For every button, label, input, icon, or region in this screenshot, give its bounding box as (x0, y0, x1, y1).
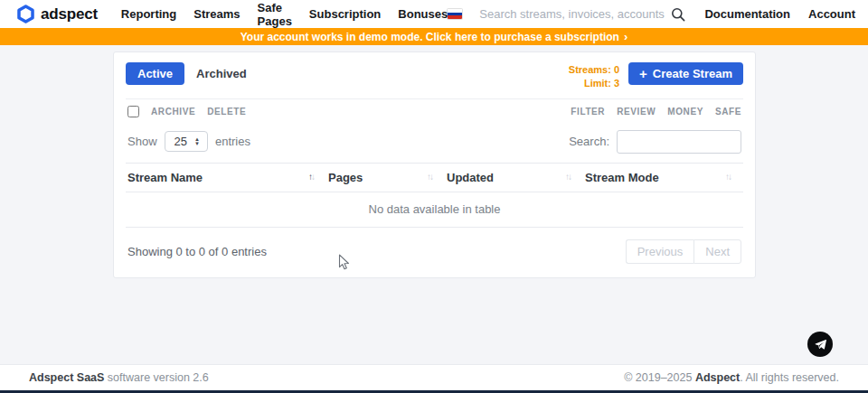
footer-product-name: Adspect SaaS (29, 371, 104, 384)
main-nav: Reporting Streams Safe Pages Subscriptio… (121, 1, 448, 28)
hexagon-logo-icon (16, 5, 35, 23)
footer-copyright: © 2019–2025 Adspect. All rights reserved… (624, 371, 839, 384)
nav-item-documentation[interactable]: Documentation (704, 7, 790, 21)
copyright-suffix: . All rights reserved. (740, 371, 839, 384)
quick-filters: FILTER REVIEW MONEY SAFE (559, 107, 741, 117)
nav-item-reporting[interactable]: Reporting (121, 7, 176, 21)
plus-icon: + (639, 67, 647, 80)
brand-name: adspect (41, 5, 98, 23)
global-search-input[interactable] (479, 7, 665, 21)
filter-mode-filter[interactable]: FILTER (571, 107, 605, 117)
usage-limits: Streams: 0 Limit: 3 (569, 62, 619, 90)
page-length-value: 25 (175, 135, 187, 148)
demo-banner-text: Your account works in demo mode. Click h… (241, 31, 619, 43)
page-length-select[interactable]: 25 ▲▼ (165, 131, 208, 152)
next-page-button[interactable]: Next (693, 239, 741, 264)
create-stream-label: Create Stream (653, 67, 732, 80)
streams-count: Streams: 0 (569, 63, 619, 77)
sort-icon: ↑↓ (725, 171, 731, 182)
filter-mode-money[interactable]: MONEY (667, 107, 703, 117)
copyright-brand: Adspect (695, 371, 740, 384)
previous-page-button[interactable]: Previous (626, 239, 694, 264)
top-navbar: adspect Reporting Streams Safe Pages Sub… (0, 0, 868, 28)
streams-card: Active Archived Streams: 0 Limit: 3 + Cr… (113, 51, 756, 278)
create-stream-button[interactable]: + Create Stream (628, 62, 743, 85)
russian-flag-icon[interactable] (448, 9, 462, 19)
nav-item-subscription[interactable]: Subscription (309, 7, 381, 21)
page-content: Active Archived Streams: 0 Limit: 3 + Cr… (0, 45, 868, 365)
pagination: Previous Next (626, 239, 741, 264)
length-label-prefix: Show (127, 135, 157, 148)
copyright-years: © 2019–2025 (624, 371, 695, 384)
sort-icon: ↑↓ (565, 171, 571, 182)
tab-archived[interactable]: Archived (184, 62, 259, 85)
filter-mode-safe[interactable]: SAFE (715, 107, 741, 117)
bulk-delete-button[interactable]: DELETE (207, 107, 246, 117)
table-search-input[interactable] (617, 130, 741, 154)
tab-active[interactable]: Active (126, 62, 184, 85)
footer-version-text: software version 2.6 (104, 371, 208, 384)
table-search-label: Search: (569, 135, 609, 148)
sort-icon: ↑↓ (427, 171, 432, 182)
bulk-archive-button[interactable]: ARCHIVE (151, 107, 195, 117)
chevron-right-icon: › (624, 30, 627, 43)
table-footer: Showing 0 to 0 of 0 entries Previous Nex… (126, 228, 743, 277)
streams-limit: Limit: 3 (569, 77, 619, 90)
column-header-pages[interactable]: ↑↓ Pages (326, 163, 445, 192)
page-footer: Adspect SaaS software version 2.6 © 2019… (0, 364, 868, 390)
column-header-stream-mode[interactable]: ↑↓ Stream Mode (583, 163, 743, 192)
nav-item-bonuses[interactable]: Bonuses (398, 7, 448, 21)
select-arrows-icon: ▲▼ (194, 137, 200, 146)
telegram-button[interactable] (807, 332, 833, 357)
filter-mode-review[interactable]: REVIEW (617, 107, 656, 117)
streams-table: ↑↓ Stream Name ↑↓ Pages ↑↓ Updated ↑↓ St… (126, 163, 743, 228)
empty-table-message: No data available in table (126, 192, 743, 227)
column-header-stream-name[interactable]: ↑↓ Stream Name (126, 163, 326, 192)
footer-version: Adspect SaaS software version 2.6 (29, 371, 209, 384)
bulk-actions-bar: ARCHIVE DELETE FILTER REVIEW MONEY SAFE (126, 98, 743, 123)
streams-toolbar: Active Archived Streams: 0 Limit: 3 + Cr… (126, 62, 743, 90)
select-all-checkbox[interactable] (127, 106, 139, 117)
table-info: Showing 0 to 0 of 0 entries (127, 245, 267, 258)
nav-item-streams[interactable]: Streams (193, 7, 240, 21)
sort-icon: ↑↓ (308, 171, 314, 182)
length-label-suffix: entries (215, 135, 250, 148)
demo-mode-banner[interactable]: Your account works in demo mode. Click h… (0, 28, 868, 45)
search-icon[interactable] (671, 7, 685, 22)
telegram-icon (814, 338, 827, 351)
table-controls: Show 25 ▲▼ entries Search: (126, 123, 743, 163)
nav-item-safe-pages[interactable]: Safe Pages (258, 1, 292, 28)
nav-item-account[interactable]: Account (808, 7, 855, 21)
table-empty-row: No data available in table (126, 192, 743, 227)
column-header-updated[interactable]: ↑↓ Updated (445, 163, 583, 192)
navbar-right: Documentation Account Sign Out (448, 1, 868, 28)
adspect-logo[interactable]: adspect (16, 5, 98, 23)
